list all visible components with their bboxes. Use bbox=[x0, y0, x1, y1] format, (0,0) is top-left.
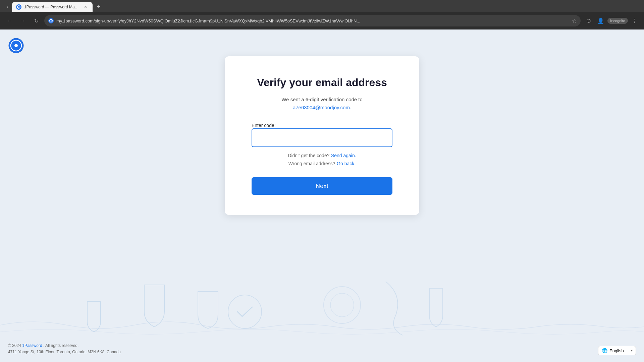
language-select[interactable]: English Français Deutsch Español 日本語 bbox=[609, 348, 626, 353]
code-field-group: Enter code: bbox=[252, 122, 392, 147]
svg-point-3 bbox=[228, 295, 262, 328]
background-decoration bbox=[0, 275, 644, 342]
main-card: Verify your email address We sent a 6-di… bbox=[225, 56, 419, 215]
footer-brand-link[interactable]: 1Password bbox=[22, 343, 42, 348]
svg-point-5 bbox=[330, 293, 354, 317]
language-icon: 🌐 bbox=[602, 348, 607, 353]
favicon-dot bbox=[18, 7, 19, 8]
tab-bar: ‹ 1Password — Password Manag ✕ + bbox=[0, 0, 644, 12]
svg-point-4 bbox=[324, 287, 361, 323]
page-footer: © 2024 1Password . All rights reserved. … bbox=[0, 343, 644, 355]
bookmark-icon[interactable]: ☆ bbox=[572, 18, 577, 24]
email-address: a7e63004@moodjoy.com. bbox=[293, 105, 351, 110]
resend-code-row: Didn't get the code? Send again. bbox=[252, 153, 392, 159]
next-button[interactable]: Next bbox=[252, 177, 392, 195]
active-tab[interactable]: 1Password — Password Manag ✕ bbox=[12, 2, 93, 12]
tab-favicon bbox=[16, 4, 21, 10]
tab-close-button[interactable]: ✕ bbox=[83, 4, 89, 10]
profile-icon: 👤 bbox=[597, 18, 604, 24]
send-again-link[interactable]: Send again. bbox=[331, 153, 356, 158]
tab-title: 1Password — Password Manag bbox=[24, 5, 80, 9]
menu-icon: ⋮ bbox=[632, 18, 637, 24]
verification-code-input[interactable] bbox=[252, 128, 392, 147]
toolbar-right: ⬡ 👤 Incognito ⋮ bbox=[583, 15, 640, 26]
extensions-icon: ⬡ bbox=[587, 18, 591, 23]
onepassword-logo[interactable] bbox=[8, 38, 24, 54]
page-content: Verify your email address We sent a 6-di… bbox=[0, 29, 644, 362]
new-tab-button[interactable]: + bbox=[94, 2, 103, 11]
footer-address: 4711 Yonge St, 10th Floor, Toronto, Onta… bbox=[8, 350, 121, 354]
url-bar[interactable]: my.1password.com/sign-up/verify/eyJhY2Nv… bbox=[44, 15, 581, 26]
back-button[interactable]: ← bbox=[4, 15, 15, 26]
footer-copyright: © 2024 1Password . All rights reserved. … bbox=[8, 343, 121, 355]
forward-icon: → bbox=[20, 18, 25, 24]
browser-chrome: ‹ 1Password — Password Manag ✕ + ← → ↻ bbox=[0, 0, 644, 29]
tab-favicon-icon bbox=[17, 5, 20, 9]
back-icon: ← bbox=[7, 18, 12, 24]
didnt-get-code-text: Didn't get the code? bbox=[288, 153, 329, 158]
incognito-badge[interactable]: Incognito bbox=[607, 18, 628, 24]
wrong-email-text: Wrong email address? bbox=[288, 161, 335, 166]
svg-point-2 bbox=[14, 44, 18, 47]
forward-button[interactable]: → bbox=[17, 15, 28, 26]
address-bar: ← → ↻ my.1password.com/sign-up/verify/ey… bbox=[0, 12, 644, 29]
card-subtitle: We sent a 6-digit verification code to a… bbox=[252, 96, 392, 112]
refresh-button[interactable]: ↻ bbox=[31, 15, 42, 26]
card-title: Verify your email address bbox=[252, 76, 392, 89]
code-label: Enter code: bbox=[252, 123, 276, 128]
url-text: my.1password.com/sign-up/verify/eyJhY2Nv… bbox=[56, 18, 569, 23]
url-favicon-dot bbox=[51, 20, 52, 21]
footer-rights: . All rights reserved. bbox=[43, 343, 78, 348]
extensions-button[interactable]: ⬡ bbox=[583, 15, 594, 26]
helper-links: Didn't get the code? Send again. Wrong e… bbox=[252, 153, 392, 167]
go-back-link[interactable]: Go back. bbox=[337, 161, 356, 166]
tab-scroll-left[interactable]: ‹ bbox=[3, 2, 12, 11]
url-favicon-icon bbox=[49, 19, 53, 22]
subtitle-line1: We sent a 6-digit verification code to bbox=[281, 97, 363, 102]
refresh-icon: ↻ bbox=[34, 18, 39, 24]
copyright-symbol: © 2024 bbox=[8, 343, 21, 348]
language-selector-wrapper[interactable]: 🌐 English Français Deutsch Español 日本語 bbox=[598, 346, 636, 355]
url-favicon bbox=[48, 18, 54, 23]
menu-button[interactable]: ⋮ bbox=[629, 15, 640, 26]
wrong-email-row: Wrong email address? Go back. bbox=[252, 161, 392, 167]
profile-button[interactable]: 👤 bbox=[595, 15, 606, 26]
